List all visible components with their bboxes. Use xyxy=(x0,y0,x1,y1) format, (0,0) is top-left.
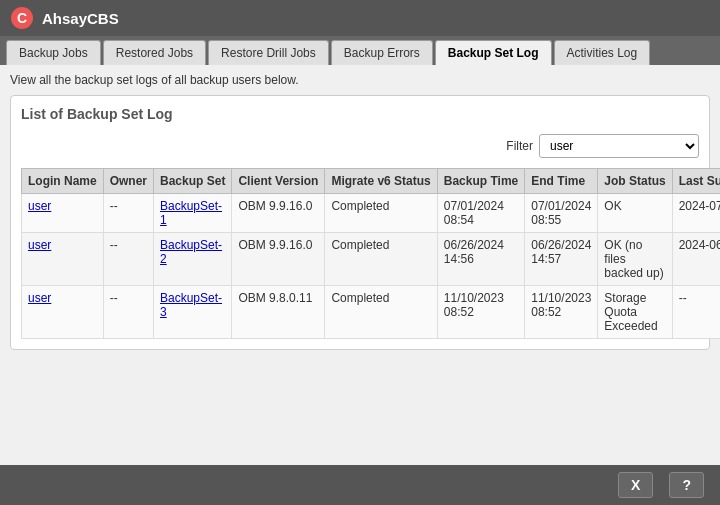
backup-set-link[interactable]: BackupSet-3 xyxy=(160,291,222,319)
filter-label: Filter xyxy=(506,139,533,153)
cell-backup-set: BackupSet-2 xyxy=(154,233,232,286)
table-header-row: Login Name Owner Backup Set Client Versi… xyxy=(22,169,721,194)
app-logo: C xyxy=(10,6,34,30)
cell-migrate-v6-status: Completed xyxy=(325,194,437,233)
table-row: user--BackupSet-1OBM 9.9.16.0Completed07… xyxy=(22,194,721,233)
panel-title: List of Backup Set Log xyxy=(21,106,699,122)
cell-client-version: OBM 9.9.16.0 xyxy=(232,194,325,233)
col-backup-time: Backup Time xyxy=(437,169,524,194)
tab-backup-set-log[interactable]: Backup Set Log xyxy=(435,40,552,65)
cell-backup-set: BackupSet-3 xyxy=(154,286,232,339)
cell-migrate-v6-status: Completed xyxy=(325,233,437,286)
cell-owner: -- xyxy=(103,194,153,233)
cell-last-successful-backup: -- xyxy=(672,286,720,339)
help-button[interactable]: ? xyxy=(669,472,704,498)
backup-set-link[interactable]: BackupSet-1 xyxy=(160,199,222,227)
cell-job-status: OK xyxy=(598,194,672,233)
cell-owner: -- xyxy=(103,233,153,286)
cell-migrate-v6-status: Completed xyxy=(325,286,437,339)
cell-end-time: 07/01/2024 08:55 xyxy=(525,194,598,233)
main-panel: List of Backup Set Log Filter user Login… xyxy=(10,95,710,350)
cell-end-time: 11/10/2023 08:52 xyxy=(525,286,598,339)
page-subtitle: View all the backup set logs of all back… xyxy=(10,73,710,87)
cell-last-successful-backup: 2024-06-26-14-56-45 xyxy=(672,233,720,286)
tab-restore-drill-jobs[interactable]: Restore Drill Jobs xyxy=(208,40,329,65)
backup-set-link[interactable]: BackupSet-2 xyxy=(160,238,222,266)
cell-client-version: OBM 9.8.0.11 xyxy=(232,286,325,339)
cell-end-time: 06/26/2024 14:57 xyxy=(525,233,598,286)
cell-backup-time: 11/10/2023 08:52 xyxy=(437,286,524,339)
cell-login-name: user xyxy=(22,286,104,339)
cell-client-version: OBM 9.9.16.0 xyxy=(232,233,325,286)
cell-last-successful-backup: 2024-07-01-08-54-46 xyxy=(672,194,720,233)
app-title: AhsayCBS xyxy=(42,10,119,27)
table-row: user--BackupSet-2OBM 9.9.16.0Completed06… xyxy=(22,233,721,286)
col-client-version: Client Version xyxy=(232,169,325,194)
table-row: user--BackupSet-3OBM 9.8.0.11Completed11… xyxy=(22,286,721,339)
nav-tabs: Backup Jobs Restored Jobs Restore Drill … xyxy=(0,36,720,65)
content-area: View all the backup set logs of all back… xyxy=(0,65,720,358)
col-end-time: End Time xyxy=(525,169,598,194)
tab-restored-jobs[interactable]: Restored Jobs xyxy=(103,40,206,65)
login-name-link[interactable]: user xyxy=(28,291,51,305)
cell-login-name: user xyxy=(22,233,104,286)
login-name-link[interactable]: user xyxy=(28,199,51,213)
bottom-bar: X ? xyxy=(0,465,720,505)
col-last-successful-backup: Last Successful Backup xyxy=(672,169,720,194)
cell-backup-set: BackupSet-1 xyxy=(154,194,232,233)
header: C AhsayCBS xyxy=(0,0,720,36)
tab-backup-jobs[interactable]: Backup Jobs xyxy=(6,40,101,65)
col-job-status: Job Status xyxy=(598,169,672,194)
col-login-name: Login Name xyxy=(22,169,104,194)
login-name-link[interactable]: user xyxy=(28,238,51,252)
backup-set-log-table: Login Name Owner Backup Set Client Versi… xyxy=(21,168,720,339)
col-owner: Owner xyxy=(103,169,153,194)
tab-activities-log[interactable]: Activities Log xyxy=(554,40,651,65)
cell-login-name: user xyxy=(22,194,104,233)
close-button[interactable]: X xyxy=(618,472,653,498)
cell-owner: -- xyxy=(103,286,153,339)
col-migrate-v6-status: Migrate v6 Status xyxy=(325,169,437,194)
filter-select[interactable]: user xyxy=(539,134,699,158)
cell-job-status: Storage Quota Exceeded xyxy=(598,286,672,339)
col-backup-set: Backup Set xyxy=(154,169,232,194)
tab-backup-errors[interactable]: Backup Errors xyxy=(331,40,433,65)
cell-backup-time: 07/01/2024 08:54 xyxy=(437,194,524,233)
cell-job-status: OK (no files backed up) xyxy=(598,233,672,286)
filter-row: Filter user xyxy=(21,134,699,158)
cell-backup-time: 06/26/2024 14:56 xyxy=(437,233,524,286)
svg-text:C: C xyxy=(17,10,27,26)
